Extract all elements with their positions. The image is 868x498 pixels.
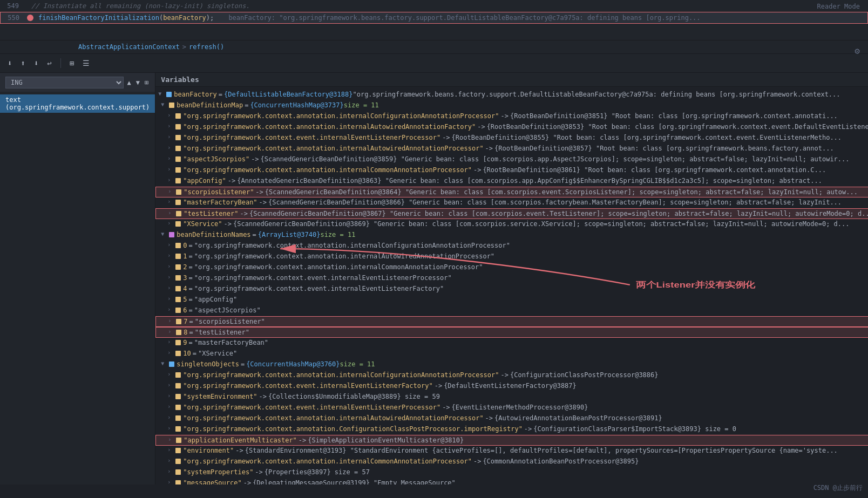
var-row-so-multicaster[interactable]: › "applicationEventMulticaster" -> {Simp… [155, 435, 868, 446]
reader-mode-label[interactable]: Reader Mode [817, 3, 860, 10]
code-method-name: finishBeanFactoryInitialization [38, 14, 159, 22]
var-icon-bd0 [175, 113, 181, 119]
var-row-bd-1[interactable]: › "org.springframework.context.annotatio… [155, 122, 868, 133]
frames-panel: ING ▲ ▼ ⊞ text (org.springframework.cont… [0, 73, 155, 485]
var-row-bdn-3[interactable]: › 3 = "org.springframework.context.event… [155, 273, 868, 284]
var-row-beandefinitionnames[interactable]: ▼ beanDefinitionNames = {ArrayList@3740}… [155, 230, 868, 241]
var-row-so-common[interactable]: › "org.springframework.context.annotatio… [155, 456, 868, 467]
line-number-549: 549 [0, 2, 24, 10]
var-row-bd-appconfig[interactable]: › "appConfig" -> {AnnotatedGenericBeanDe… [155, 176, 868, 187]
var-row-bd-4[interactable]: › "aspectJScorpios" -> {ScannedGenericBe… [155, 154, 868, 165]
toolbar-download2-icon[interactable]: ⬇ [32, 58, 40, 69]
breadcrumb-separator: > [182, 43, 186, 51]
watermark-label: CSDN @止步前行 [813, 483, 863, 493]
var-name-beanfactory: beanFactory [174, 91, 216, 98]
breadcrumb-bar: AbstractApplicationContext > refresh() [0, 40, 868, 54]
debug-toolbar: ⬇ ⬆ ⬇ ↩ ⊞ ☰ [0, 54, 868, 73]
thread-dropdown[interactable]: ING [5, 77, 124, 88]
var-row-bdn-5[interactable]: › 5 = "appConfig" [155, 295, 868, 305]
var-row-bd-0[interactable]: › "org.springframework.context.annotatio… [155, 111, 868, 122]
code-text-550: finishBeanFactoryInitialization(beanFact… [36, 14, 867, 22]
var-name-bdmap: beanDefinitionMap [177, 101, 243, 109]
variables-panel-header: Variables [155, 73, 868, 87]
frame-item-selected[interactable]: text (org.springframework.context.suppor… [0, 94, 155, 113]
toolbar-upload-icon[interactable]: ⬆ [18, 58, 27, 69]
var-tree-root: ▼ beanFactory = {DefaultListableBeanFact… [155, 90, 868, 485]
toolbar-menu-icon[interactable]: ☰ [80, 58, 92, 69]
settings-gear-icon[interactable]: ⚙ [855, 46, 860, 56]
var-row-bdn-9[interactable]: › 9 = "masterFactoryBean" [155, 338, 868, 349]
toolbar-separator [60, 58, 61, 68]
var-row-bdn-10[interactable]: › 10 = "XService" [155, 349, 868, 359]
frames-header: ING ▲ ▼ ⊞ [0, 73, 155, 92]
var-row-so-autowired[interactable]: › "org.springframework.context.annotatio… [155, 413, 868, 424]
var-row-bd-xservice[interactable]: › "XService" -> {ScannedGenericBeanDefin… [155, 219, 868, 230]
var-row-bd-scorpioslistener[interactable]: › "scorpiosListener" -> {ScannedGenericB… [155, 187, 868, 197]
line-number-550: 550 [1, 14, 25, 22]
toolbar-step-into-icon[interactable]: ↩ [45, 58, 53, 69]
var-row-bd-5[interactable]: › "org.springframework.context.annotatio… [155, 165, 868, 176]
code-comment-549: // Instantiate all remaining (non-lazy-i… [29, 2, 868, 10]
expand-bdmap-icon: ▼ [161, 101, 167, 107]
var-row-bd-masterfactory[interactable]: › "masterFactoryBean" -> {ScannedGeneric… [155, 197, 868, 208]
var-row-so-importregistry[interactable]: › "org.springframework.context.annotatio… [155, 424, 868, 435]
var-row-so-messagesource[interactable]: › "messageSource" -> {DelegatingMessageS… [155, 478, 868, 485]
expand-beanfactory-icon: ▼ [158, 91, 165, 97]
var-row-singletonobjects[interactable]: ▼ singletonObjects = {ConcurrentHashMap@… [155, 359, 868, 370]
var-icon-bdmap [169, 103, 174, 108]
var-row-so-eventfactory[interactable]: › "org.springframework.context.event.int… [155, 381, 868, 392]
var-row-bd-3[interactable]: › "org.springframework.context.annotatio… [155, 144, 868, 154]
code-inline-value: beanFactory: "org.springframework.beans.… [228, 14, 700, 22]
var-row-bdn-1[interactable]: › 1 = "org.springframework.context.annot… [155, 251, 868, 262]
var-row-bdn-7[interactable]: › 7 = "scorpiosListener" [155, 316, 868, 327]
code-line-550: 550 finishBeanFactoryInitialization(bean… [0, 12, 868, 24]
breadcrumb-class[interactable]: AbstractApplicationContext [78, 43, 180, 51]
variables-tree: ▼ beanFactory = {DefaultListableBeanFact… [155, 87, 868, 485]
code-editor-top: 549 // Instantiate all remaining (non-la… [0, 0, 868, 40]
var-row-so-environment[interactable]: › "environment" -> {StandardEnvironment@… [155, 446, 868, 456]
debug-main-area: ING ▲ ▼ ⊞ text (org.springframework.cont… [0, 73, 868, 485]
var-row-so-sysprops[interactable]: › "systemProperties" -> {Properties@3897… [155, 467, 868, 478]
var-row-bdn-0[interactable]: › 0 = "org.springframework.context.annot… [155, 241, 868, 251]
var-row-so-sysenv[interactable]: › "systemEnvironment" -> {Collections$Un… [155, 392, 868, 403]
var-row-so-configproc[interactable]: › "org.springframework.context.annotatio… [155, 370, 868, 381]
var-type-icon [166, 92, 172, 97]
var-type-beanfactory: {DefaultListableBeanFactory@3188} [224, 91, 352, 98]
var-row-bdn-4[interactable]: › 4 = "org.springframework.context.event… [155, 284, 868, 295]
var-row-bd-testlistener[interactable]: › "testListener" -> {ScannedGenericBeanD… [155, 208, 868, 219]
code-line-549: 549 // Instantiate all remaining (non-la… [0, 0, 868, 12]
var-type-bdmap: {ConcurrentHashMap@3737} [250, 101, 343, 109]
var-value-beanfactory: "org.springframework.beans.factory.suppo… [352, 91, 868, 98]
var-size-bdmap: size = 11 [344, 101, 868, 109]
nav-filter-btn[interactable]: ⊞ [144, 78, 150, 87]
toolbar-grid-icon[interactable]: ⊞ [67, 58, 76, 69]
var-row-bd-2[interactable]: › "org.springframework.context.event.int… [155, 133, 868, 144]
toolbar-download1-icon[interactable]: ⬇ [5, 58, 14, 69]
nav-up-btn[interactable]: ▲ [126, 78, 132, 87]
var-row-so-eventproc[interactable]: › "org.springframework.context.event.int… [155, 403, 868, 413]
breakpoint-indicator [27, 15, 33, 21]
frame-list: text (org.springframework.context.suppor… [0, 92, 155, 485]
var-row-bdn-8[interactable]: › 8 = "testListener" [155, 327, 868, 338]
breadcrumb-method[interactable]: refresh() [189, 43, 224, 51]
var-row-beanfactory[interactable]: ▼ beanFactory = {DefaultListableBeanFact… [155, 90, 868, 100]
var-row-beandefinitionmap[interactable]: ▼ beanDefinitionMap = {ConcurrentHashMap… [155, 100, 868, 111]
var-row-bdn-2[interactable]: › 2 = "org.springframework.context.annot… [155, 262, 868, 273]
var-row-bdn-6[interactable]: › 6 = "aspectJScorpios" [155, 305, 868, 316]
nav-down-btn[interactable]: ▼ [135, 78, 141, 87]
